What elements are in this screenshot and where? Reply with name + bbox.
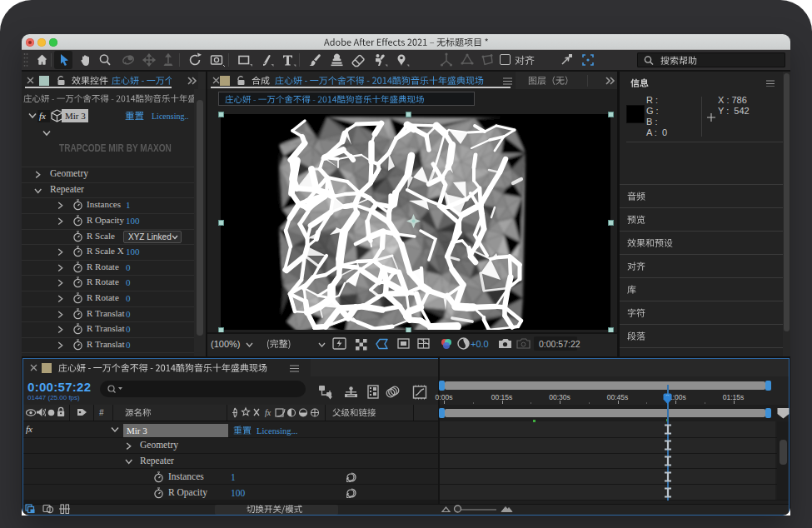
svg-text:fx: fx: [265, 408, 271, 417]
